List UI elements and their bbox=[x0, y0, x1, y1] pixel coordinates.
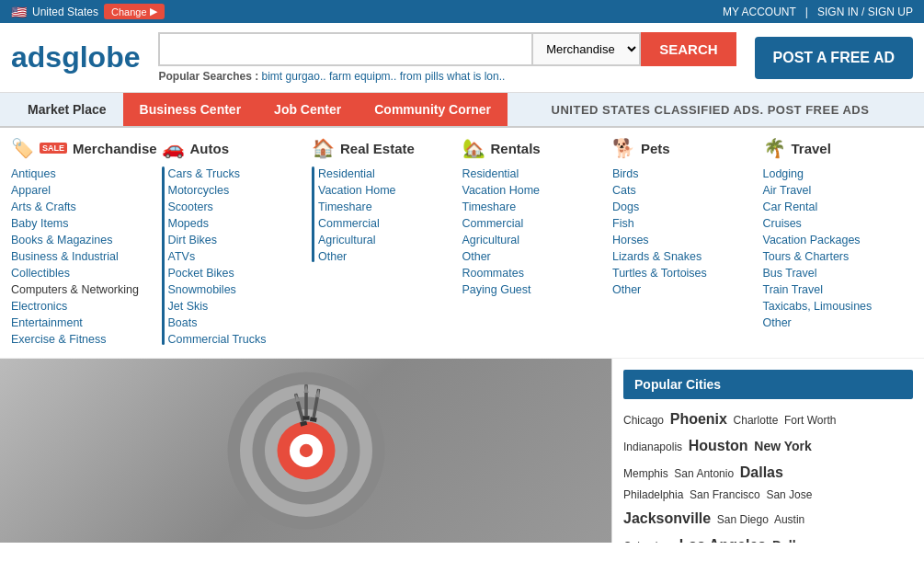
popular-cities-header: Popular Cities bbox=[623, 370, 913, 399]
list-item: Vacation Home bbox=[462, 183, 613, 197]
cat-link[interactable]: Train Travel bbox=[763, 283, 824, 296]
cat-link[interactable]: Vacation Packages bbox=[763, 234, 861, 246]
cat-link[interactable]: Air Travel bbox=[763, 184, 812, 197]
cat-link[interactable]: Fish bbox=[612, 217, 634, 230]
city-link-charlotte[interactable]: Charlotte bbox=[734, 414, 779, 427]
travel-list: Lodging Air Travel Car Rental Cruises Va… bbox=[763, 166, 914, 329]
dart-image bbox=[0, 359, 611, 543]
cat-link[interactable]: Mopeds bbox=[168, 217, 209, 230]
popular-link-1[interactable]: bimt gurgao.. bbox=[262, 70, 326, 83]
city-link-dallas2[interactable]: Dallas bbox=[772, 538, 810, 543]
popular-link-3[interactable]: from pills what is lon.. bbox=[400, 70, 506, 83]
cat-link[interactable]: Boats bbox=[168, 316, 198, 329]
city-link-chicago[interactable]: Chicago bbox=[623, 414, 664, 427]
list-item: Turtles & Tortoises bbox=[612, 266, 763, 280]
city-link-columbus[interactable]: Columbus bbox=[623, 540, 673, 543]
nav-communitycorner[interactable]: Community Corner bbox=[358, 93, 508, 126]
cat-link[interactable]: Jet Skis bbox=[168, 300, 209, 313]
cat-link[interactable]: Taxicabs, Limousines bbox=[763, 300, 873, 313]
popular-link-2[interactable]: farm equipm.. bbox=[329, 70, 396, 83]
city-link-austin[interactable]: Austin bbox=[774, 513, 804, 526]
cat-link[interactable]: Scooters bbox=[168, 200, 213, 213]
cat-link[interactable]: Vacation Home bbox=[318, 184, 396, 197]
cat-link[interactable]: Electronics bbox=[11, 300, 67, 313]
cat-link[interactable]: Dirt Bikes bbox=[168, 234, 217, 246]
cat-link[interactable]: Residential bbox=[318, 167, 375, 180]
cat-link[interactable]: Vacation Home bbox=[462, 184, 541, 197]
city-link-memphis[interactable]: Memphis bbox=[623, 467, 668, 480]
cat-link[interactable]: Agricultural bbox=[318, 234, 376, 246]
cat-link[interactable]: Timeshare bbox=[462, 200, 517, 213]
cat-link[interactable]: Computers & Networking bbox=[11, 283, 139, 296]
cat-link[interactable]: Bus Travel bbox=[763, 267, 817, 280]
city-link-indianapolis[interactable]: Indianapolis bbox=[623, 441, 682, 453]
cat-link[interactable]: Lizards & Snakes bbox=[612, 250, 702, 263]
cat-link[interactable]: Books & Magazines bbox=[11, 234, 112, 246]
cat-link[interactable]: Cars & Trucks bbox=[168, 167, 241, 180]
logo[interactable]: adsglobe bbox=[11, 40, 140, 74]
post-ad-button[interactable]: POST A FREE AD bbox=[755, 37, 913, 79]
cat-link[interactable]: ATVs bbox=[168, 250, 196, 263]
cat-link[interactable]: Antiques bbox=[11, 167, 56, 180]
city-link-sanfrancisco[interactable]: San Francisco bbox=[690, 488, 760, 501]
city-link-dallas1[interactable]: Dallas bbox=[740, 464, 783, 480]
city-link-sanjose[interactable]: San Jose bbox=[766, 488, 812, 501]
category-select[interactable]: Merchandise Autos Real Estate Rentals Pe… bbox=[531, 32, 641, 66]
cat-link[interactable]: Snowmobiles bbox=[168, 283, 236, 296]
cat-link[interactable]: Horses bbox=[612, 234, 649, 246]
cat-link[interactable]: Birds bbox=[612, 167, 638, 180]
cat-link[interactable]: Apparel bbox=[11, 184, 51, 197]
my-account-link[interactable]: MY ACCOUNT bbox=[723, 6, 796, 18]
cat-link[interactable]: Other bbox=[763, 316, 792, 329]
cat-link[interactable]: Agricultural bbox=[462, 234, 520, 246]
nav-marketplace[interactable]: Market Place bbox=[11, 93, 123, 126]
cat-link[interactable]: Cruises bbox=[763, 217, 802, 230]
nav-jobcenter[interactable]: Job Center bbox=[257, 93, 358, 126]
cat-link[interactable]: Pocket Bikes bbox=[168, 267, 234, 280]
cat-link[interactable]: Other bbox=[318, 250, 347, 263]
cat-link[interactable]: Timeshare bbox=[318, 200, 372, 213]
cat-link[interactable]: Collectibles bbox=[11, 267, 70, 280]
list-item: Pocket Bikes bbox=[168, 266, 267, 280]
city-link-fortworth[interactable]: Fort Worth bbox=[784, 414, 836, 427]
cat-link[interactable]: Lodging bbox=[763, 167, 804, 180]
cat-link[interactable]: Business & Industrial bbox=[11, 250, 119, 263]
city-link-houston[interactable]: Houston bbox=[689, 438, 748, 453]
list-item: Cats bbox=[612, 183, 763, 197]
cat-link[interactable]: Arts & Crafts bbox=[11, 200, 76, 213]
search-button[interactable]: SEARCH bbox=[641, 32, 736, 66]
cat-link[interactable]: Turtles & Tortoises bbox=[612, 267, 707, 280]
cat-link[interactable]: Commercial bbox=[318, 217, 380, 230]
list-item: Jet Skis bbox=[168, 299, 267, 313]
cat-link[interactable]: Baby Items bbox=[11, 217, 69, 230]
cat-link[interactable]: Tours & Charters bbox=[763, 250, 850, 263]
sign-in-link[interactable]: SIGN IN / SIGN UP bbox=[817, 6, 913, 18]
city-link-philadelphia[interactable]: Philadelphia bbox=[623, 488, 683, 501]
nav-tagline: UNITED STATES CLASSIFIED ADS. POST FREE … bbox=[508, 103, 913, 117]
cat-link[interactable]: Paying Guest bbox=[462, 283, 531, 296]
popular-searches: Popular Searches : bimt gurgao.. farm eq… bbox=[158, 70, 736, 83]
cat-link[interactable]: Other bbox=[462, 250, 491, 263]
city-link-sandiego[interactable]: San Diego bbox=[717, 513, 769, 526]
change-country-button[interactable]: Change ▶ bbox=[104, 4, 165, 19]
cat-link[interactable]: Dogs bbox=[612, 200, 639, 213]
city-link-losangeles[interactable]: Los Angeles bbox=[679, 537, 767, 543]
cat-link[interactable]: Motorcycles bbox=[168, 184, 230, 197]
nav-businesscenter[interactable]: Business Center bbox=[123, 93, 257, 126]
cat-link[interactable]: Exercise & Fitness bbox=[11, 333, 107, 346]
city-link-sanantonio[interactable]: San Antonio bbox=[674, 467, 734, 480]
cat-link[interactable]: Roommates bbox=[462, 267, 524, 280]
cat-link[interactable]: Cats bbox=[612, 184, 636, 197]
cat-link[interactable]: Other bbox=[612, 283, 641, 296]
city-link-jacksonville[interactable]: Jacksonville bbox=[623, 510, 711, 526]
autos-list: Cars & Trucks Motorcycles Scooters Moped… bbox=[168, 166, 267, 349]
cat-link[interactable]: Commercial bbox=[462, 217, 524, 230]
cat-link[interactable]: Residential bbox=[462, 167, 519, 180]
cat-link[interactable]: Commercial Trucks bbox=[168, 333, 267, 346]
cities-list: Chicago Phoenix Charlotte Fort Worth Ind… bbox=[623, 407, 913, 543]
city-link-newyork[interactable]: New York bbox=[754, 439, 812, 453]
search-input[interactable] bbox=[158, 32, 531, 66]
cat-link[interactable]: Entertainment bbox=[11, 316, 83, 329]
city-link-phoenix[interactable]: Phoenix bbox=[670, 411, 727, 427]
cat-link[interactable]: Car Rental bbox=[763, 200, 818, 213]
